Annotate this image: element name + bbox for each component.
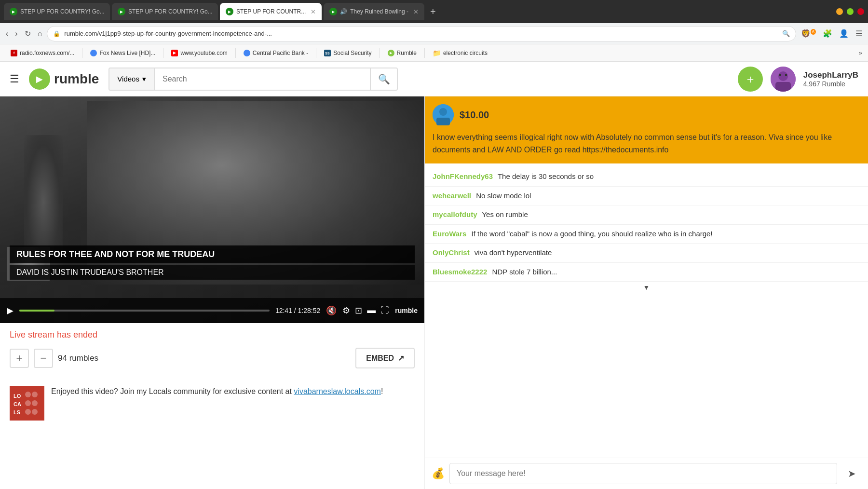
- video-player[interactable]: RULES FOR THEE AND NOT FOR ME TRUDEAU DA…: [0, 96, 424, 323]
- zoom-icon: 🔍: [782, 30, 790, 37]
- separator-6: [424, 48, 425, 58]
- locals-link[interactable]: vivabarneslaw.locals.com: [294, 387, 381, 395]
- bookmark-youtube-label: www.youtube.com: [180, 50, 227, 56]
- tab1-close[interactable]: ✕: [109, 8, 110, 15]
- chat-messages: $10.00 I know everything seems illogical…: [425, 96, 868, 458]
- search-area: Videos ▾ 🔍: [108, 68, 398, 91]
- rumble-watermark: rumble: [395, 307, 418, 314]
- theater-icon[interactable]: ▬: [367, 305, 376, 316]
- tab3-close[interactable]: ✕: [311, 8, 316, 15]
- plus-icon: ＋: [745, 71, 756, 87]
- bookmark-foxnews-live[interactable]: Fox News Live [HD]...: [85, 48, 160, 58]
- tab-2[interactable]: STEP UP FOR COUNTRY! Go... ✕: [112, 3, 218, 20]
- extensions-area: 🦁6 🧩 👤 ☰: [799, 27, 864, 40]
- hamburger-menu-button[interactable]: ☰: [10, 73, 19, 85]
- video-extra-controls: ⚙ ⊡ ▬ ⛶: [342, 305, 389, 316]
- fullscreen-icon[interactable]: ⛶: [380, 305, 389, 316]
- close-button[interactable]: [857, 8, 864, 15]
- embed-button[interactable]: EMBED ↗: [355, 348, 415, 368]
- foxlive-favicon: [90, 50, 97, 56]
- svg-point-14: [32, 409, 38, 415]
- money-emoji-button[interactable]: 💰: [432, 467, 445, 480]
- svg-text:SS: SS: [326, 52, 330, 55]
- donation-amount: $10.00: [460, 109, 489, 121]
- chat-message-4: OnlyChrist viva don't hyperventilate: [425, 244, 868, 263]
- separator-4: [316, 48, 316, 58]
- chat-text-0: The delay is 30 seconds or so: [498, 172, 594, 180]
- brave-shield-button[interactable]: 🦁6: [799, 27, 818, 40]
- forward-button[interactable]: ›: [13, 27, 19, 40]
- chat-input-area: 💰 ➤: [425, 458, 868, 489]
- foxnews-favicon: f: [11, 50, 17, 56]
- svg-point-17: [25, 409, 31, 415]
- folder-icon: 📁: [433, 49, 441, 57]
- rumble-logo-text: rumble: [54, 71, 99, 87]
- new-tab-button[interactable]: +: [426, 6, 440, 17]
- tab-1[interactable]: STEP UP FOR COUNTRY! Go... ✕: [4, 3, 110, 20]
- maximize-button[interactable]: [847, 8, 854, 15]
- chat-username-0: JohnFKennedy63: [433, 172, 493, 180]
- time-separator: /: [294, 307, 298, 314]
- rumble-logo-icon: [29, 68, 50, 90]
- bookmark-social-security[interactable]: SS Social Security: [319, 48, 376, 58]
- search-icon: 🔍: [378, 73, 390, 85]
- chat-username-4: OnlyChrist: [433, 248, 470, 257]
- rumble-minus-button[interactable]: −: [34, 349, 53, 368]
- tab4-favicon: [329, 8, 337, 15]
- bookmark-youtube[interactable]: ▶ www.youtube.com: [166, 48, 232, 58]
- bookmark-rumble[interactable]: Rumble: [383, 48, 421, 58]
- rumble-plus-button[interactable]: +: [10, 349, 29, 368]
- donation-card: $10.00 I know everything seems illogical…: [425, 96, 868, 163]
- svg-point-12: [32, 392, 38, 397]
- chat-message-1: wehearwell No slow mode lol: [425, 187, 868, 206]
- reload-button[interactable]: ↻: [23, 27, 33, 40]
- tab-3-active[interactable]: STEP UP FOR COUNTR... ✕: [220, 3, 322, 20]
- svg-rect-4: [775, 82, 791, 92]
- search-input[interactable]: [155, 68, 370, 90]
- bookmark-central-pacific[interactable]: Central Pacific Bank -: [239, 48, 313, 58]
- search-type-button[interactable]: Videos ▾: [109, 68, 155, 90]
- video-meta: Live stream has ended + − 94 rumbles EMB…: [0, 323, 424, 435]
- tab4-close[interactable]: ✕: [413, 8, 419, 15]
- embed-label: EMBED: [366, 354, 394, 363]
- user-rumble-count: 4,967 Rumble: [803, 80, 858, 88]
- mute-button[interactable]: 🔇: [326, 305, 337, 316]
- search-button[interactable]: 🔍: [370, 68, 397, 90]
- tab4-mute-icon: 🔊: [340, 8, 347, 15]
- bookmark-electronic-circuits[interactable]: 📁 electronic circuits: [428, 47, 492, 59]
- locals-text-1: Enjoyed this video? Join my Locals commu…: [51, 387, 294, 395]
- address-bar[interactable]: 🔒 rumble.com/v1j1pp9-step-up-for-country…: [47, 26, 796, 41]
- settings-icon[interactable]: ⚙: [342, 305, 350, 316]
- chat-input[interactable]: [449, 463, 837, 484]
- back-button[interactable]: ‹: [4, 27, 10, 40]
- chat-username-2: mycallofduty: [433, 210, 477, 218]
- tab-4[interactable]: 🔊 They Ruined Bowling - ✕: [324, 3, 424, 20]
- user-avatar[interactable]: [771, 67, 796, 92]
- play-button[interactable]: ▶: [7, 305, 14, 316]
- tab4-label: They Ruined Bowling -: [350, 8, 408, 15]
- rumble-logo[interactable]: rumble: [29, 68, 99, 90]
- chat-text-2: Yes on rumble: [482, 210, 528, 218]
- send-button[interactable]: ➤: [842, 464, 861, 483]
- tab1-label: STEP UP FOR COUNTRY! Go...: [20, 8, 105, 15]
- extensions-button[interactable]: 🧩: [821, 27, 834, 40]
- video-overlay-titles: RULES FOR THEE AND NOT FOR ME TRUDEAU DA…: [10, 245, 415, 280]
- rumble-count-area: + − 94 rumbles: [10, 349, 98, 368]
- chat-scroll-down[interactable]: ▼: [425, 282, 868, 293]
- pip-icon[interactable]: ⊡: [355, 305, 362, 316]
- tab2-close[interactable]: ✕: [217, 8, 218, 15]
- user-info: JosephLarryB 4,967 Rumble: [803, 70, 858, 88]
- share-icon: ↗: [398, 353, 404, 363]
- upload-button[interactable]: ＋: [738, 67, 763, 92]
- minimize-button[interactable]: [836, 8, 843, 15]
- chat-username-5: Bluesmoke2222: [433, 268, 487, 276]
- chat-message-0: JohnFKennedy63 The delay is 30 seconds o…: [425, 167, 868, 187]
- bookmarks-more-button[interactable]: »: [859, 49, 862, 56]
- menu-button[interactable]: ☰: [854, 27, 864, 40]
- home-button[interactable]: ⌂: [36, 27, 44, 40]
- user-profile-button[interactable]: 👤: [837, 27, 851, 40]
- chat-message-2: mycallofduty Yes on rumble: [425, 205, 868, 225]
- progress-bar[interactable]: [19, 310, 270, 312]
- tab2-label: STEP UP FOR COUNTRY! Go...: [128, 8, 213, 15]
- bookmark-foxnews-radio[interactable]: f radio.foxnews.com/...: [6, 48, 79, 58]
